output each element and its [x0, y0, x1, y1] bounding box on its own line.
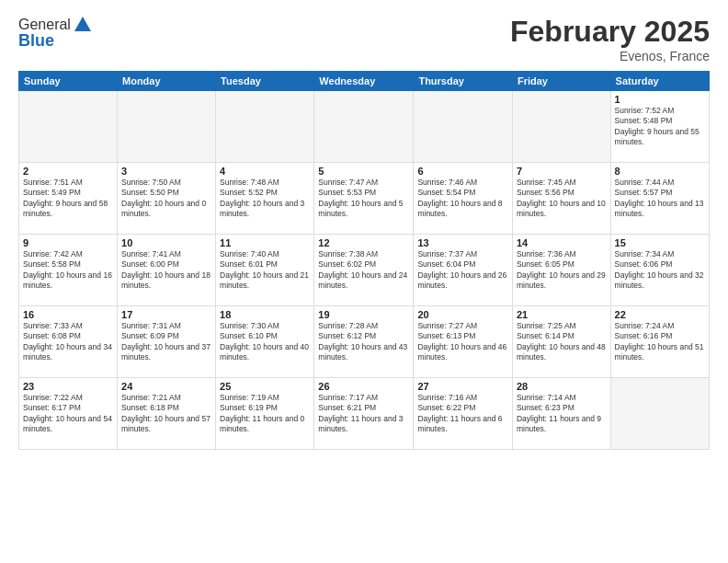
calendar-day-cell — [216, 91, 314, 163]
day-number: 16 — [23, 309, 113, 320]
day-info: Sunrise: 7:50 AM Sunset: 5:50 PM Dayligh… — [121, 178, 211, 220]
day-number: 20 — [417, 309, 508, 320]
day-info: Sunrise: 7:40 AM Sunset: 6:01 PM Dayligh… — [220, 249, 310, 292]
header-sunday: Sunday — [19, 72, 118, 91]
day-number: 5 — [318, 166, 409, 177]
day-info: Sunrise: 7:31 AM Sunset: 6:09 PM Dayligh… — [121, 321, 211, 363]
day-info: Sunrise: 7:14 AM Sunset: 6:23 PM Dayligh… — [517, 393, 607, 435]
svg-marker-0 — [74, 17, 91, 31]
day-info: Sunrise: 7:51 AM Sunset: 5:49 PM Dayligh… — [23, 178, 113, 220]
calendar-day-cell — [414, 91, 513, 163]
day-number: 6 — [417, 166, 508, 177]
calendar-day-cell: 21Sunrise: 7:25 AM Sunset: 6:14 PM Dayli… — [512, 306, 610, 378]
day-number: 15 — [615, 237, 705, 248]
day-number: 13 — [417, 237, 508, 248]
calendar-day-cell: 4Sunrise: 7:48 AM Sunset: 5:52 PM Daylig… — [216, 163, 314, 235]
calendar-day-cell: 27Sunrise: 7:16 AM Sunset: 6:22 PM Dayli… — [414, 378, 513, 450]
calendar-week-row: 23Sunrise: 7:22 AM Sunset: 6:17 PM Dayli… — [19, 378, 710, 450]
day-number: 1 — [615, 94, 705, 105]
day-number: 25 — [220, 381, 310, 392]
day-number: 19 — [318, 309, 409, 320]
calendar-day-cell: 16Sunrise: 7:33 AM Sunset: 6:08 PM Dayli… — [19, 306, 118, 378]
calendar-week-row: 2Sunrise: 7:51 AM Sunset: 5:49 PM Daylig… — [19, 163, 710, 235]
header-thursday: Thursday — [414, 72, 513, 91]
day-info: Sunrise: 7:52 AM Sunset: 5:48 PM Dayligh… — [615, 106, 705, 148]
header-saturday: Saturday — [610, 72, 709, 91]
day-number: 17 — [121, 309, 211, 320]
day-number: 22 — [615, 309, 705, 320]
calendar-day-cell — [118, 91, 216, 163]
day-number: 3 — [121, 166, 211, 177]
calendar-day-cell: 14Sunrise: 7:36 AM Sunset: 6:05 PM Dayli… — [512, 235, 610, 306]
day-number: 10 — [121, 237, 211, 248]
day-number: 27 — [417, 381, 508, 392]
calendar-day-cell: 26Sunrise: 7:17 AM Sunset: 6:21 PM Dayli… — [314, 378, 414, 450]
calendar-day-cell: 9Sunrise: 7:42 AM Sunset: 5:58 PM Daylig… — [19, 235, 118, 306]
day-info: Sunrise: 7:22 AM Sunset: 6:17 PM Dayligh… — [23, 393, 113, 435]
header-friday: Friday — [512, 72, 610, 91]
calendar-day-cell: 12Sunrise: 7:38 AM Sunset: 6:02 PM Dayli… — [314, 235, 414, 306]
day-info: Sunrise: 7:48 AM Sunset: 5:52 PM Dayligh… — [220, 178, 310, 220]
day-number: 26 — [318, 381, 409, 392]
calendar-week-row: 16Sunrise: 7:33 AM Sunset: 6:08 PM Dayli… — [19, 306, 710, 378]
day-info: Sunrise: 7:45 AM Sunset: 5:56 PM Dayligh… — [517, 178, 607, 220]
calendar-day-cell: 18Sunrise: 7:30 AM Sunset: 6:10 PM Dayli… — [216, 306, 314, 378]
day-number: 28 — [517, 381, 607, 392]
calendar-day-cell: 22Sunrise: 7:24 AM Sunset: 6:16 PM Dayli… — [610, 306, 709, 378]
calendar-day-cell: 19Sunrise: 7:28 AM Sunset: 6:12 PM Dayli… — [314, 306, 414, 378]
day-info: Sunrise: 7:27 AM Sunset: 6:13 PM Dayligh… — [417, 321, 508, 363]
calendar-table: Sunday Monday Tuesday Wednesday Thursday… — [18, 71, 710, 450]
calendar-day-cell: 23Sunrise: 7:22 AM Sunset: 6:17 PM Dayli… — [19, 378, 118, 450]
calendar-day-cell: 10Sunrise: 7:41 AM Sunset: 6:00 PM Dayli… — [118, 235, 216, 306]
day-info: Sunrise: 7:33 AM Sunset: 6:08 PM Dayligh… — [23, 321, 113, 363]
day-number: 11 — [220, 237, 310, 248]
calendar-day-cell: 17Sunrise: 7:31 AM Sunset: 6:09 PM Dayli… — [118, 306, 216, 378]
day-number: 21 — [517, 309, 607, 320]
calendar-day-cell: 2Sunrise: 7:51 AM Sunset: 5:49 PM Daylig… — [19, 163, 118, 235]
day-number: 14 — [517, 237, 607, 248]
day-number: 9 — [23, 237, 113, 248]
day-info: Sunrise: 7:16 AM Sunset: 6:22 PM Dayligh… — [417, 393, 508, 435]
day-info: Sunrise: 7:44 AM Sunset: 5:57 PM Dayligh… — [615, 178, 705, 220]
logo-icon — [73, 15, 93, 35]
day-number: 4 — [220, 166, 310, 177]
day-info: Sunrise: 7:47 AM Sunset: 5:53 PM Dayligh… — [318, 178, 409, 220]
day-number: 8 — [615, 166, 705, 177]
calendar-day-cell: 6Sunrise: 7:46 AM Sunset: 5:54 PM Daylig… — [414, 163, 513, 235]
day-number: 2 — [23, 166, 113, 177]
calendar-week-row: 9Sunrise: 7:42 AM Sunset: 5:58 PM Daylig… — [19, 235, 710, 306]
day-info: Sunrise: 7:19 AM Sunset: 6:19 PM Dayligh… — [220, 393, 310, 435]
day-info: Sunrise: 7:46 AM Sunset: 5:54 PM Dayligh… — [417, 178, 508, 220]
calendar-day-cell: 24Sunrise: 7:21 AM Sunset: 6:18 PM Dayli… — [118, 378, 216, 450]
day-info: Sunrise: 7:41 AM Sunset: 6:00 PM Dayligh… — [121, 249, 211, 292]
title-block: February 2025 Evenos, France — [510, 15, 710, 63]
day-info: Sunrise: 7:21 AM Sunset: 6:18 PM Dayligh… — [121, 393, 211, 435]
day-info: Sunrise: 7:34 AM Sunset: 6:06 PM Dayligh… — [615, 249, 705, 292]
calendar-week-row: 1Sunrise: 7:52 AM Sunset: 5:48 PM Daylig… — [19, 91, 710, 163]
calendar-day-cell: 5Sunrise: 7:47 AM Sunset: 5:53 PM Daylig… — [314, 163, 414, 235]
calendar-day-cell: 28Sunrise: 7:14 AM Sunset: 6:23 PM Dayli… — [512, 378, 610, 450]
calendar-day-cell — [610, 378, 709, 450]
day-number: 7 — [517, 166, 607, 177]
calendar-day-cell: 3Sunrise: 7:50 AM Sunset: 5:50 PM Daylig… — [118, 163, 216, 235]
logo: General Blue — [18, 15, 93, 51]
calendar-day-cell: 11Sunrise: 7:40 AM Sunset: 6:01 PM Dayli… — [216, 235, 314, 306]
day-info: Sunrise: 7:36 AM Sunset: 6:05 PM Dayligh… — [517, 249, 607, 292]
day-number: 23 — [23, 381, 113, 392]
calendar-day-cell — [19, 91, 118, 163]
location: Evenos, France — [510, 49, 710, 63]
calendar-day-cell: 8Sunrise: 7:44 AM Sunset: 5:57 PM Daylig… — [610, 163, 709, 235]
header-monday: Monday — [118, 72, 216, 91]
day-info: Sunrise: 7:38 AM Sunset: 6:02 PM Dayligh… — [318, 249, 409, 292]
header-wednesday: Wednesday — [314, 72, 414, 91]
header: General Blue February 2025 Evenos, Franc… — [18, 15, 710, 63]
calendar-day-cell: 25Sunrise: 7:19 AM Sunset: 6:19 PM Dayli… — [216, 378, 314, 450]
day-info: Sunrise: 7:37 AM Sunset: 6:04 PM Dayligh… — [417, 249, 508, 292]
day-number: 18 — [220, 309, 310, 320]
day-info: Sunrise: 7:28 AM Sunset: 6:12 PM Dayligh… — [318, 321, 409, 363]
page: General Blue February 2025 Evenos, Franc… — [0, 0, 728, 563]
day-number: 24 — [121, 381, 211, 392]
calendar-day-cell: 13Sunrise: 7:37 AM Sunset: 6:04 PM Dayli… — [414, 235, 513, 306]
calendar-day-cell: 20Sunrise: 7:27 AM Sunset: 6:13 PM Dayli… — [414, 306, 513, 378]
calendar-day-cell: 1Sunrise: 7:52 AM Sunset: 5:48 PM Daylig… — [610, 91, 709, 163]
